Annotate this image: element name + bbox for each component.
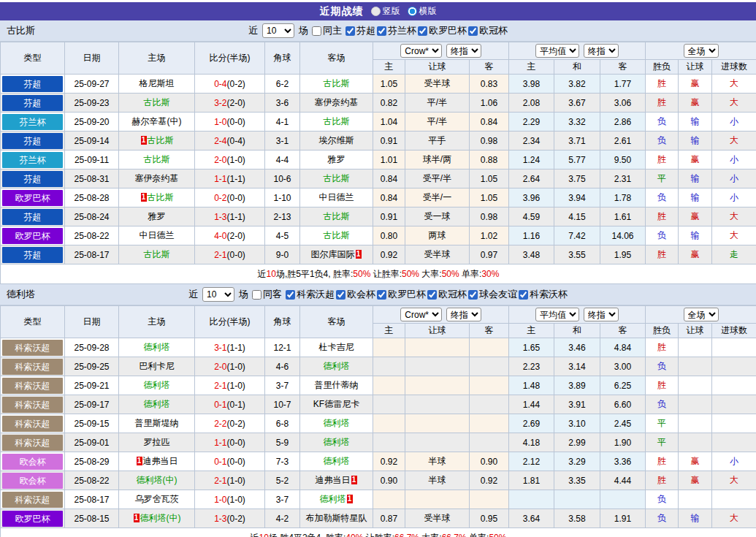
league-type-badge[interactable]: 科索沃超: [2, 492, 63, 508]
team-name[interactable]: 古比斯: [324, 116, 350, 126]
odds-company-select[interactable]: Crow*: [400, 308, 442, 321]
league-type-badge[interactable]: 芬超: [2, 76, 63, 92]
league-type-badge[interactable]: 芬超: [2, 209, 63, 225]
team-name[interactable]: 德利塔: [324, 437, 350, 447]
team-name[interactable]: 普里斯堤纳: [135, 418, 179, 428]
league-type-badge[interactable]: 芬超: [2, 95, 63, 111]
team-name[interactable]: 普里什蒂纳: [315, 380, 359, 390]
team-name[interactable]: 古比斯: [324, 173, 350, 183]
same-venue-checkbox-input[interactable]: [252, 290, 261, 300]
average-select[interactable]: 平均值: [535, 308, 579, 321]
team-name[interactable]: 巴利卡尼: [140, 361, 175, 371]
scope-select[interactable]: 全场: [684, 308, 719, 321]
team-name[interactable]: 中日德兰: [140, 230, 175, 240]
avg-final-select[interactable]: 终指: [584, 44, 619, 58]
team-name[interactable]: 古比斯: [144, 249, 170, 259]
same-venue-checkbox[interactable]: 同客: [251, 288, 282, 301]
average-select[interactable]: 平均值: [535, 44, 579, 58]
league-type-badge[interactable]: 科索沃超: [2, 416, 63, 432]
team-name[interactable]: 德利塔: [144, 380, 170, 390]
layout-radio-horizontal[interactable]: 横版: [408, 5, 437, 18]
league-filter-checkbox[interactable]: [468, 26, 478, 36]
league-type-badge[interactable]: 欧会杯: [2, 473, 63, 489]
team-name[interactable]: 乌罗舍瓦茨: [135, 494, 179, 504]
match-count-select[interactable]: 10: [262, 23, 294, 38]
team-name[interactable]: 德利塔: [144, 342, 170, 352]
team-name[interactable]: 图尔库国际: [311, 249, 355, 259]
league-type-badge[interactable]: 科索沃超: [2, 397, 63, 413]
team-name[interactable]: 德利塔: [320, 494, 346, 504]
league-filter[interactable]: 球会友谊: [467, 288, 517, 301]
team-name[interactable]: 塞伊奈约基: [135, 173, 179, 183]
team-name[interactable]: 罗拉匹: [144, 437, 170, 447]
team-name[interactable]: 迪弗当日: [316, 475, 351, 485]
team-name[interactable]: 迪弗当日: [143, 456, 178, 466]
team-name[interactable]: 德利塔: [324, 418, 350, 428]
league-filter[interactable]: 欧罗巴杯: [416, 24, 467, 37]
odds-final-select[interactable]: 终指: [446, 44, 481, 58]
team-name[interactable]: 赫尔辛基(中): [132, 116, 182, 126]
league-filter-checkbox[interactable]: [286, 290, 295, 300]
league-filter-checkbox[interactable]: [468, 290, 478, 300]
vertical-radio-input[interactable]: [371, 7, 381, 16]
horizontal-radio-input[interactable]: [408, 7, 417, 16]
team-name[interactable]: 德利塔(中): [140, 513, 181, 523]
team-name[interactable]: 中日德兰: [319, 192, 354, 202]
same-venue-checkbox-input[interactable]: [312, 26, 321, 36]
league-filter[interactable]: 芬超: [344, 24, 375, 37]
league-type-badge[interactable]: 芬兰杯: [2, 114, 63, 130]
team-name[interactable]: 塞伊奈约基: [315, 97, 359, 107]
match-count-select[interactable]: 10: [202, 287, 234, 302]
league-filter[interactable]: 欧冠杯: [467, 24, 508, 37]
layout-radio-vertical[interactable]: 竖版: [371, 5, 400, 18]
league-filter[interactable]: 芬兰杯: [375, 24, 416, 37]
league-type-badge[interactable]: 欧会杯: [2, 454, 63, 470]
league-filter[interactable]: 欧会杯: [335, 288, 375, 301]
same-venue-checkbox[interactable]: 同主: [310, 24, 342, 37]
league-type-badge[interactable]: 芬超: [2, 133, 63, 149]
league-type-badge[interactable]: 芬超: [2, 247, 63, 263]
league-filter[interactable]: 欧罗巴杯: [375, 288, 426, 301]
league-filter-checkbox[interactable]: [519, 290, 528, 300]
league-filter-checkbox[interactable]: [345, 26, 355, 36]
league-type-badge[interactable]: 科索沃超: [2, 359, 63, 375]
team-name[interactable]: 古比斯: [144, 97, 170, 107]
league-filter-checkbox[interactable]: [377, 26, 386, 36]
league-type-badge[interactable]: 科索沃超: [2, 378, 63, 394]
team-name[interactable]: 古比斯: [324, 211, 350, 221]
odds-final-select[interactable]: 终指: [446, 308, 481, 321]
team-name[interactable]: 雅罗: [148, 211, 166, 221]
team-name[interactable]: 古比斯: [324, 78, 350, 88]
team-name[interactable]: 德利塔(中): [137, 475, 177, 485]
team-name[interactable]: KF德雷尼卡: [313, 399, 359, 409]
avg-final-select[interactable]: 终指: [584, 308, 619, 321]
team-name[interactable]: 德利塔: [324, 361, 350, 371]
league-filter[interactable]: 欧冠杯: [426, 288, 467, 301]
team-name[interactable]: 杜卡吉尼: [319, 342, 354, 352]
league-type-badge[interactable]: 芬超: [2, 171, 63, 187]
league-type-badge[interactable]: 欧罗巴杯: [2, 228, 63, 244]
team-name[interactable]: 古比斯: [144, 154, 170, 164]
team-name[interactable]: 雅罗: [328, 154, 345, 164]
team-name[interactable]: 埃尔维斯: [319, 135, 354, 145]
league-filter-checkbox[interactable]: [377, 290, 386, 300]
league-filter-checkbox[interactable]: [427, 290, 437, 300]
team-name[interactable]: 古比斯: [324, 230, 350, 240]
team-name[interactable]: 布加勒斯特星队: [306, 513, 367, 523]
league-filter[interactable]: 科索沃超: [284, 288, 335, 301]
team-name[interactable]: 古比斯: [148, 192, 174, 202]
league-filter[interactable]: 科索沃杯: [517, 288, 568, 301]
league-type-badge[interactable]: 欧罗巴杯: [2, 511, 63, 527]
odds-company-select[interactable]: Crow*: [400, 44, 442, 58]
league-filter-checkbox[interactable]: [336, 290, 345, 300]
league-type-badge[interactable]: 科索沃超: [2, 435, 63, 451]
team-name[interactable]: 德利塔: [324, 456, 350, 466]
team-name[interactable]: 古比斯: [148, 135, 174, 145]
scope-select[interactable]: 全场: [684, 44, 719, 58]
league-type-badge[interactable]: 芬兰杯: [2, 152, 63, 168]
team-name[interactable]: 格尼斯坦: [140, 78, 175, 88]
league-type-badge[interactable]: 科索沃超: [2, 340, 63, 356]
team-name[interactable]: 德利塔: [144, 399, 170, 409]
league-type-badge[interactable]: 欧罗巴杯: [2, 190, 63, 206]
league-filter-checkbox[interactable]: [418, 26, 427, 36]
